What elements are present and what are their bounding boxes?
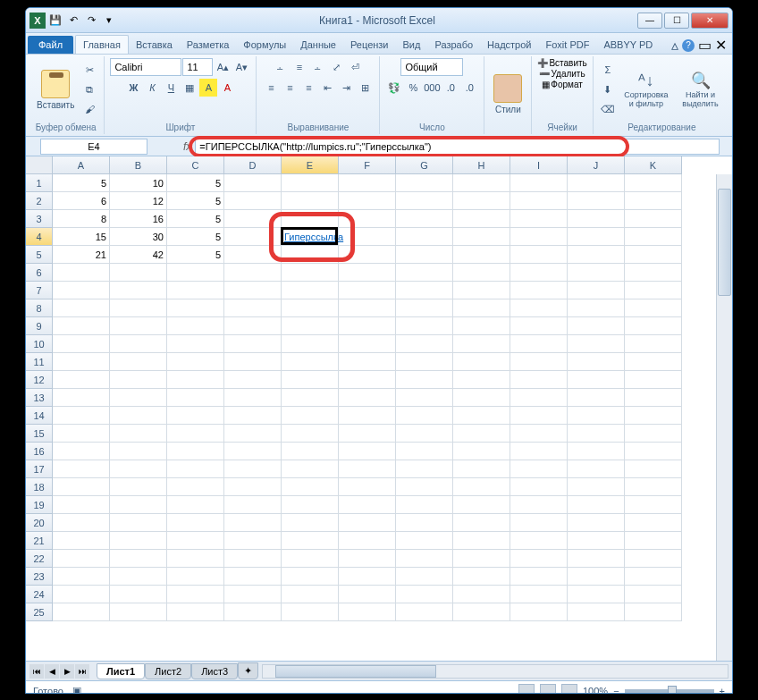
- cell[interactable]: [625, 603, 682, 621]
- row-header[interactable]: 10: [26, 335, 53, 353]
- cell[interactable]: [339, 353, 396, 371]
- cell[interactable]: [110, 282, 167, 299]
- tab-review[interactable]: Рецензи: [343, 36, 396, 54]
- cell[interactable]: [568, 174, 625, 192]
- select-all-corner[interactable]: [26, 156, 53, 174]
- cell[interactable]: [625, 282, 682, 299]
- sort-filter-button[interactable]: ᴬ↓ Сортировка и фильтр: [619, 69, 673, 110]
- cell[interactable]: [167, 335, 224, 353]
- col-header[interactable]: C: [167, 156, 224, 174]
- file-tab[interactable]: Файл: [28, 36, 73, 54]
- cell[interactable]: [224, 246, 282, 264]
- hscroll-thumb[interactable]: [275, 665, 436, 678]
- cell[interactable]: [396, 228, 453, 246]
- cell[interactable]: [53, 496, 110, 514]
- cell[interactable]: [625, 586, 682, 603]
- cell[interactable]: [568, 228, 625, 246]
- col-header[interactable]: A: [53, 156, 110, 174]
- cell[interactable]: [568, 460, 625, 478]
- cell[interactable]: [339, 514, 396, 532]
- cell[interactable]: [625, 425, 682, 443]
- cell[interactable]: [453, 532, 510, 550]
- cell[interactable]: [167, 460, 224, 478]
- cell[interactable]: [396, 478, 453, 496]
- cell[interactable]: [110, 460, 167, 478]
- cell[interactable]: [625, 246, 682, 264]
- row-header[interactable]: 19: [26, 496, 53, 514]
- cell[interactable]: [339, 335, 396, 353]
- cell[interactable]: [453, 246, 510, 264]
- cell[interactable]: [224, 532, 282, 550]
- cell[interactable]: [625, 174, 682, 192]
- cell[interactable]: [282, 371, 339, 389]
- cell[interactable]: [110, 425, 167, 443]
- cell[interactable]: [53, 264, 110, 282]
- cell[interactable]: [224, 443, 282, 460]
- cell[interactable]: [396, 264, 453, 282]
- shrink-font-icon[interactable]: A▾: [232, 58, 250, 76]
- cell[interactable]: [510, 460, 568, 478]
- cell[interactable]: [396, 192, 453, 210]
- cell[interactable]: [167, 496, 224, 514]
- cell[interactable]: 6: [53, 192, 110, 210]
- cell[interactable]: [396, 407, 453, 425]
- number-format-select[interactable]: [400, 58, 463, 76]
- view-layout-icon[interactable]: [540, 684, 556, 695]
- cell[interactable]: [625, 210, 682, 228]
- cell[interactable]: [453, 389, 510, 407]
- cell[interactable]: [167, 353, 224, 371]
- paste-button[interactable]: Вставить: [33, 68, 78, 112]
- cell[interactable]: 15: [53, 228, 110, 246]
- cell[interactable]: [282, 210, 339, 228]
- cell[interactable]: [568, 299, 625, 317]
- cell[interactable]: Гиперссылка: [282, 228, 339, 246]
- cell[interactable]: [110, 532, 167, 550]
- row-header[interactable]: 14: [26, 407, 53, 425]
- cell[interactable]: [510, 246, 568, 264]
- cell[interactable]: [396, 210, 453, 228]
- cell[interactable]: 5: [167, 228, 224, 246]
- col-header[interactable]: B: [110, 156, 167, 174]
- cell[interactable]: [224, 478, 282, 496]
- row-header[interactable]: 6: [26, 264, 53, 282]
- cell[interactable]: 5: [167, 174, 224, 192]
- cell[interactable]: [625, 192, 682, 210]
- clear-icon[interactable]: ⌫: [599, 100, 617, 118]
- cell[interactable]: [224, 514, 282, 532]
- cell[interactable]: [453, 353, 510, 371]
- cell[interactable]: [167, 532, 224, 550]
- cell[interactable]: [339, 478, 396, 496]
- cell[interactable]: [568, 282, 625, 299]
- cell[interactable]: [282, 174, 339, 192]
- minimize-ribbon-icon[interactable]: ▵: [671, 37, 678, 54]
- zoom-slider[interactable]: [625, 689, 714, 693]
- cell[interactable]: [224, 210, 282, 228]
- cell[interactable]: [167, 264, 224, 282]
- percent-icon[interactable]: %: [404, 79, 422, 97]
- cell[interactable]: [510, 264, 568, 282]
- cell[interactable]: 5: [167, 192, 224, 210]
- cell[interactable]: [510, 389, 568, 407]
- cell[interactable]: [282, 443, 339, 460]
- cell[interactable]: [453, 371, 510, 389]
- col-header[interactable]: E: [282, 156, 339, 174]
- cell[interactable]: [453, 282, 510, 299]
- tab-developer[interactable]: Разрабо: [427, 36, 480, 54]
- cell[interactable]: [53, 586, 110, 603]
- cell[interactable]: [396, 246, 453, 264]
- cell[interactable]: [625, 478, 682, 496]
- cell[interactable]: [167, 603, 224, 621]
- cell[interactable]: [167, 443, 224, 460]
- cell[interactable]: [110, 443, 167, 460]
- cell[interactable]: [167, 550, 224, 568]
- bold-button[interactable]: Ж: [124, 79, 142, 97]
- cell[interactable]: [224, 192, 282, 210]
- cell[interactable]: [510, 282, 568, 299]
- cell[interactable]: [453, 568, 510, 586]
- grow-font-icon[interactable]: A▴: [214, 58, 232, 76]
- cell[interactable]: [167, 407, 224, 425]
- cell[interactable]: [510, 407, 568, 425]
- cell[interactable]: [568, 443, 625, 460]
- align-middle-icon[interactable]: ≡: [291, 58, 308, 76]
- cell[interactable]: [453, 425, 510, 443]
